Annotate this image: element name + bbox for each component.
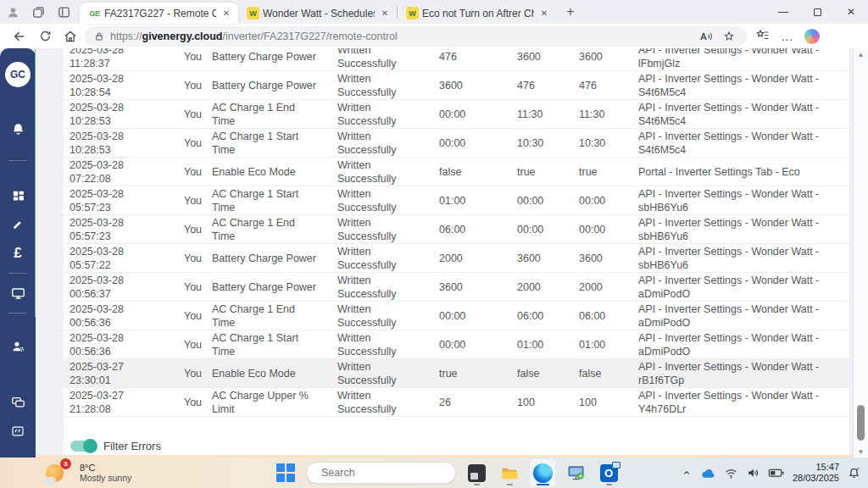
taskbar-clock[interactable]: 15:47 28/03/2025 [793, 462, 839, 484]
cell-previous-value: 06:00 [437, 223, 517, 236]
cell-requested-value: 06:00 [517, 309, 579, 323]
table-row: 2025-03-2805:57:23 You AC Charge 1 End T… [64, 215, 849, 244]
tab-actions-icon[interactable] [51, 1, 76, 23]
filter-errors-row: Filter Errors [70, 440, 849, 452]
cell-result-value: true [579, 165, 638, 179]
notifications-bell-icon[interactable] [0, 114, 36, 143]
cell-status: Written Successfully [337, 130, 437, 157]
cell-status: Written Successfully [337, 389, 437, 416]
remote-control-monitor-icon[interactable] [0, 279, 36, 308]
copilot-icon[interactable] [804, 29, 820, 44]
address-bar[interactable]: https://givenergy.cloud/inverter/FA2317G… [85, 26, 747, 47]
cell-previous-value: 00:00 [437, 136, 517, 150]
favorite-star-icon[interactable] [718, 27, 740, 46]
cell-source: API - Inverter Settings - Wonder Watt - … [638, 187, 849, 214]
scrollbar-thumb[interactable] [857, 405, 865, 441]
cell-user: You [174, 338, 212, 352]
tab-title: Wonder Watt - Schedules [263, 8, 375, 19]
cell-setting: AC Charge 1 End Time [212, 216, 337, 243]
cell-user: You [174, 309, 212, 323]
table-row: 2025-03-2800:56:36 You AC Charge 1 Start… [64, 330, 849, 359]
page-content: GC £ [0, 48, 868, 458]
page-scrollbar[interactable]: ▲ ▼ [853, 48, 868, 458]
cell-setting: AC Charge 1 End Time [212, 302, 337, 330]
battery-icon[interactable] [768, 467, 785, 479]
svg-text:z: z [857, 467, 860, 471]
read-aloud-icon[interactable]: A [696, 27, 718, 46]
start-button[interactable] [273, 459, 298, 486]
tariff-pound-icon[interactable]: £ [0, 239, 36, 268]
remote-control-page: 2025-03-2811:28:37 You Battery Charge Po… [36, 48, 853, 458]
edge-icon [533, 463, 553, 483]
scroll-down-arrow[interactable]: ▼ [854, 446, 868, 458]
taskbar-app-dark[interactable] [464, 459, 489, 486]
folder-icon [500, 464, 520, 481]
cell-setting: AC Charge 1 Start Time [212, 331, 337, 358]
tab-wonder-watt-schedules[interactable]: W Wonder Watt - Schedules ✕ [238, 3, 397, 24]
minimize-button[interactable]: — [766, 0, 800, 24]
cell-previous-value: 00:00 [437, 309, 517, 323]
refresh-button[interactable] [32, 25, 58, 47]
weather-widget[interactable]: 3 8°C Mostly sunny [44, 461, 131, 485]
cell-source: API - Inverter Settings - Wonder Watt - … [638, 245, 849, 272]
volume-icon[interactable] [746, 466, 760, 480]
table-row: 2025-03-2810:28:54 You Battery Charge Po… [64, 71, 849, 100]
cell-previous-value: 3600 [437, 79, 517, 92]
restore-button[interactable] [800, 0, 834, 24]
edit-pencil-icon[interactable] [0, 210, 36, 239]
search-input[interactable] [321, 467, 458, 479]
cell-setting: Enable Eco Mode [212, 367, 337, 380]
table-row: 2025-03-2723:30:01 You Enable Eco Mode W… [64, 359, 849, 388]
notification-bell-icon[interactable]: z [847, 466, 861, 480]
clock-date: 28/03/2025 [793, 473, 839, 484]
tab-remote-control[interactable]: GE FA2317G227 - Remote Control | g ✕ [80, 3, 238, 24]
cell-timestamp: 2025-03-2811:28:37 [64, 48, 174, 70]
settings-table-body: 2025-03-2811:28:37 You Battery Charge Po… [64, 48, 849, 417]
onedrive-cloud-icon[interactable] [700, 467, 716, 480]
taskbar-search[interactable] [306, 462, 456, 484]
close-tab-icon[interactable]: ✕ [378, 7, 392, 20]
cell-previous-value: 476 [437, 50, 517, 64]
cell-result-value: 01:00 [579, 338, 638, 352]
scroll-up-arrow[interactable]: ▲ [854, 48, 868, 60]
edge-taskbar-button[interactable] [530, 459, 555, 486]
table-row: 2025-03-2810:28:53 You AC Charge 1 End T… [64, 100, 849, 129]
settings-menu-icon[interactable]: … [781, 32, 794, 41]
profile-icon[interactable] [0, 1, 25, 23]
dashboard-grid-icon[interactable] [0, 181, 36, 210]
outlook-button[interactable]: O [596, 459, 621, 486]
cell-status: Written Successfully [337, 48, 437, 70]
url-scheme: https:// [110, 30, 142, 42]
cell-user: You [174, 165, 212, 179]
tab-strip: GE FA2317G227 - Remote Control | g ✕ W W… [0, 0, 868, 24]
close-tab-icon[interactable]: ✕ [220, 7, 233, 20]
feedback-quote-icon[interactable] [0, 417, 36, 446]
table-row: 2025-03-2811:28:37 You Battery Charge Po… [64, 48, 849, 71]
tray-chevron-up-icon[interactable] [681, 467, 693, 479]
close-window-button[interactable]: ✕ [834, 0, 868, 24]
taskbar-app-pc[interactable] [563, 459, 588, 486]
wifi-icon[interactable] [724, 467, 738, 480]
cell-timestamp: 2025-03-2721:28:08 [64, 389, 174, 416]
workspaces-icon[interactable] [25, 1, 51, 23]
close-tab-icon[interactable]: ✕ [537, 7, 551, 20]
cell-requested-value: 3600 [517, 252, 579, 265]
home-button[interactable] [58, 25, 83, 47]
cell-source: API - Inverter Settings - Wonder Watt - … [638, 216, 849, 243]
back-button[interactable] [7, 25, 32, 47]
file-explorer-button[interactable] [497, 459, 522, 486]
cell-result-value: 3600 [579, 50, 638, 64]
new-tab-button[interactable]: + [559, 1, 581, 23]
filter-errors-toggle[interactable] [70, 441, 96, 452]
avatar[interactable]: GC [5, 62, 31, 87]
chat-messages-icon[interactable] [0, 388, 36, 417]
cell-source: API - Inverter Settings - Wonder Watt - … [638, 331, 849, 358]
weather-sun-icon: 3 [44, 461, 71, 485]
cell-previous-value: 26 [437, 396, 517, 409]
cell-previous-value: 00:00 [437, 338, 517, 352]
account-settings-icon[interactable] [0, 332, 36, 361]
pc-app-icon [566, 463, 586, 482]
tab-eco-forum[interactable]: W Eco not Turn on Aftrer Charge - V ✕ [398, 3, 556, 24]
favorites-bar-icon[interactable] [755, 27, 771, 46]
cell-requested-value: 100 [517, 396, 579, 409]
